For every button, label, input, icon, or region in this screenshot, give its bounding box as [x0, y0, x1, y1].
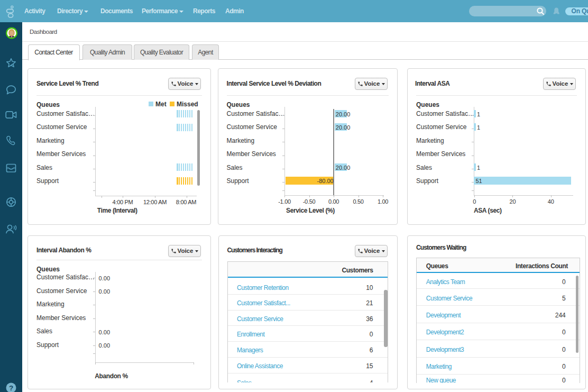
svg-text:?: ? [9, 384, 13, 392]
